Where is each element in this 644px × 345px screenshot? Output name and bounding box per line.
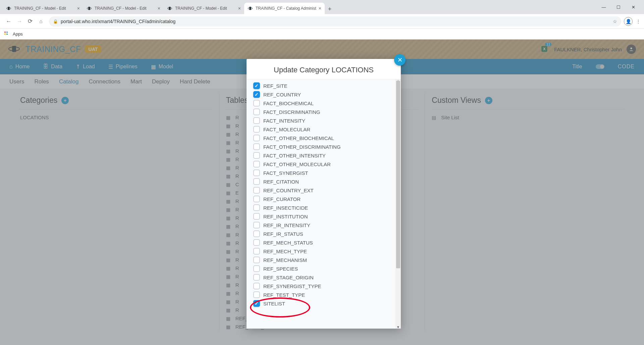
scroll-down-icon[interactable]: ▼ xyxy=(395,325,401,329)
tab-close-icon[interactable]: × xyxy=(77,6,80,11)
table-icon: ▦ xyxy=(226,299,232,304)
forward-button[interactable]: → xyxy=(14,16,25,27)
checkbox-label: SITELIST xyxy=(263,301,285,306)
subnav-roles[interactable]: Roles xyxy=(34,78,49,85)
table-checkbox-row: REF_MECH_TYPE xyxy=(253,247,401,256)
subnav-hard-delete[interactable]: Hard Delete xyxy=(180,78,210,85)
apps-icon[interactable] xyxy=(4,31,10,37)
close-window-button[interactable]: ✕ xyxy=(626,2,641,12)
checkbox[interactable] xyxy=(253,178,260,185)
table-icon: ▦ xyxy=(226,207,232,212)
browser-tab[interactable]: TRAINING_CF - Catalog Administ× xyxy=(244,3,325,14)
browser-tab[interactable]: TRAINING_CF - Model - Edit× xyxy=(3,3,83,14)
checkbox[interactable] xyxy=(253,239,260,246)
checkbox[interactable] xyxy=(253,257,260,263)
checkbox-label: REF_STAGE_ORIGIN xyxy=(263,275,314,280)
subnav-deploy[interactable]: Deploy xyxy=(152,78,170,85)
tab-close-icon[interactable]: × xyxy=(238,6,241,11)
checkbox[interactable] xyxy=(253,248,260,255)
category-item[interactable]: LOCATIONS xyxy=(20,113,212,122)
user-name[interactable]: FAULKNER, Christopher John xyxy=(554,47,622,52)
apps-label[interactable]: Apps xyxy=(13,31,23,37)
browser-tab[interactable]: TRAINING_CF - Model - Edit× xyxy=(83,3,164,14)
nav-pipelines[interactable]: ☰Pipelines xyxy=(108,64,138,70)
tab-title: TRAINING_CF - Model - Edit xyxy=(95,6,156,11)
checkbox[interactable] xyxy=(253,109,260,115)
reload-button[interactable]: ⟳ xyxy=(25,16,36,27)
checkbox[interactable] xyxy=(253,161,260,167)
checkbox[interactable] xyxy=(253,169,260,176)
checkbox[interactable] xyxy=(253,291,260,298)
checkbox[interactable] xyxy=(253,126,260,133)
home-button[interactable]: ⌂ xyxy=(36,16,46,27)
home-icon: ⌂ xyxy=(9,64,13,70)
checkbox[interactable] xyxy=(253,152,260,159)
table-checkbox-row: FACT_OTHER_MOLECULAR xyxy=(253,160,401,168)
table-checkbox-row: FACT_MOLECULAR xyxy=(253,125,401,134)
subnav-mart[interactable]: Mart xyxy=(130,78,142,85)
custom-views-column: Custom Views + ▤Site List xyxy=(425,93,631,331)
checkbox[interactable] xyxy=(253,230,260,237)
checkbox[interactable] xyxy=(253,274,260,281)
star-icon[interactable]: ☆ xyxy=(613,19,617,24)
checkbox[interactable] xyxy=(253,100,260,107)
checkbox[interactable] xyxy=(253,196,260,202)
table-checkbox-row: FACT_BIOCHEMICAL xyxy=(253,99,401,108)
nav-data[interactable]: 🗄Data xyxy=(43,64,62,70)
browser-tab[interactable]: TRAINING_CF - Model - Edit× xyxy=(164,3,244,14)
modal-body: REF_SITEREF_COUNTRYFACT_BIOCHEMICALFACT_… xyxy=(247,79,401,329)
nav-load[interactable]: ⤒Load xyxy=(76,64,95,70)
nav-home[interactable]: ⌂Home xyxy=(9,64,30,70)
checkbox[interactable] xyxy=(253,82,260,89)
table-icon: ▦ xyxy=(226,182,232,187)
table-icon: ▦ xyxy=(226,324,232,330)
table-checkbox-row: REF_SYNERGIST_TYPE xyxy=(253,282,401,290)
checkbox[interactable] xyxy=(253,204,260,211)
excel-export-icon[interactable]: X 11 xyxy=(541,45,549,54)
checkbox-label: REF_SITE xyxy=(263,83,287,89)
custom-view-item[interactable]: ▤Site List xyxy=(432,113,624,122)
minimize-button[interactable]: — xyxy=(596,2,611,12)
url-text: portal-uat.who.int/xmart4/TRAINING_CF/ad… xyxy=(61,19,175,24)
menu-icon[interactable]: ⋮ xyxy=(636,19,641,24)
checkbox[interactable] xyxy=(253,283,260,289)
table-checkbox-row: REF_COUNTRY xyxy=(253,90,401,99)
checkbox-label: REF_SYNERGIST_TYPE xyxy=(263,283,321,289)
add-category-button[interactable]: + xyxy=(61,97,69,104)
env-badge: UAT xyxy=(85,46,101,53)
subnav-catalog[interactable]: Catalog xyxy=(59,78,79,85)
app-title[interactable]: TRAINING_CF xyxy=(25,45,81,54)
table-checkbox-row: REF_MECH_STATUS xyxy=(253,238,401,247)
table-icon: ▦ xyxy=(226,316,232,321)
profile-icon[interactable]: 👤 xyxy=(624,17,633,26)
checkbox[interactable] xyxy=(253,117,260,124)
checkbox[interactable] xyxy=(253,265,260,272)
checkbox[interactable] xyxy=(253,135,260,141)
checkbox[interactable] xyxy=(253,222,260,228)
checkbox[interactable] xyxy=(253,300,260,307)
checkbox[interactable] xyxy=(253,187,260,194)
maximize-button[interactable]: ☐ xyxy=(611,2,626,12)
checkbox[interactable] xyxy=(253,213,260,220)
url-field[interactable]: 🔒 portal-uat.who.int/xmart4/TRAINING_CF/… xyxy=(49,16,621,26)
scroll-thumb[interactable] xyxy=(396,81,400,268)
new-tab-button[interactable]: + xyxy=(325,4,335,14)
subnav-connections[interactable]: Connections xyxy=(89,78,120,85)
checkbox-label: FACT_SYNERGIST xyxy=(263,170,308,176)
tab-close-icon[interactable]: × xyxy=(158,6,160,11)
user-avatar-icon[interactable] xyxy=(627,45,636,54)
modal-scrollbar[interactable]: ▲ ▼ xyxy=(395,79,401,329)
tab-close-icon[interactable]: × xyxy=(319,6,321,11)
modal-close-button[interactable]: ✕ xyxy=(394,54,406,66)
checkbox-label: REF_INSECTICIDE xyxy=(263,205,308,211)
checkbox[interactable] xyxy=(253,91,260,98)
checkbox-label: FACT_MOLECULAR xyxy=(263,127,310,132)
checkbox-label: REF_CITATION xyxy=(263,179,299,185)
checkbox[interactable] xyxy=(253,143,260,150)
subnav-users[interactable]: Users xyxy=(9,78,24,85)
back-button[interactable]: ← xyxy=(3,16,14,27)
checkbox-label: FACT_OTHER_BIOCHEMICAL xyxy=(263,135,334,141)
nav-model[interactable]: ▦Model xyxy=(151,64,173,70)
title-code-toggle[interactable] xyxy=(596,64,604,69)
add-view-button[interactable]: + xyxy=(485,97,492,104)
